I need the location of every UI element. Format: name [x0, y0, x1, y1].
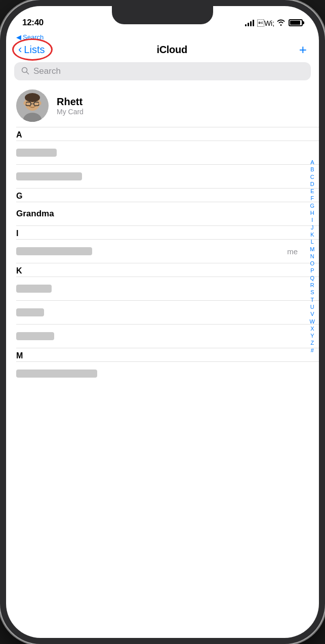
- contact-name-grandma: Grandma: [16, 209, 54, 219]
- svg-line-1: [27, 72, 29, 74]
- alpha-a[interactable]: A: [310, 159, 314, 166]
- avatar: [16, 89, 49, 122]
- list-item[interactable]: [6, 165, 319, 188]
- alpha-y[interactable]: Y: [310, 332, 314, 339]
- alpha-q[interactable]: Q: [310, 274, 315, 282]
- list-item[interactable]: [6, 301, 319, 324]
- notch: [112, 6, 213, 24]
- back-chevron-icon: ‹: [18, 43, 22, 56]
- alpha-s[interactable]: S: [310, 289, 314, 296]
- back-label[interactable]: Lists: [24, 44, 45, 56]
- my-card-label: My Card: [57, 108, 84, 116]
- alpha-hash[interactable]: #: [311, 347, 314, 354]
- alpha-w[interactable]: W: [310, 318, 315, 325]
- alpha-j[interactable]: J: [311, 224, 314, 231]
- list-item[interactable]: [6, 277, 319, 300]
- alpha-b[interactable]: B: [310, 166, 314, 173]
- search-icon: [21, 67, 29, 76]
- svg-point-10: [24, 102, 26, 105]
- alpha-m[interactable]: M: [310, 246, 314, 253]
- section-header-m: M: [6, 348, 319, 361]
- nav-bar: ‹ Lists iCloud +: [6, 41, 319, 60]
- alpha-f[interactable]: F: [310, 195, 314, 202]
- alpha-r[interactable]: R: [310, 282, 314, 289]
- contact-list-container: A G Grandma I: [6, 127, 319, 385]
- back-nav-area: ◀ Search: [6, 32, 319, 41]
- add-button[interactable]: +: [299, 43, 307, 56]
- svg-point-11: [39, 102, 42, 105]
- alpha-d[interactable]: D: [310, 180, 314, 188]
- my-card-name: Rhett: [57, 96, 84, 108]
- section-header-i: I: [6, 226, 319, 239]
- list-item[interactable]: Grandma: [6, 202, 319, 225]
- status-time: 12:40: [22, 18, 44, 28]
- alpha-k[interactable]: K: [310, 231, 314, 238]
- alpha-x[interactable]: X: [310, 325, 314, 332]
- list-item[interactable]: [6, 141, 319, 164]
- search-input[interactable]: Search: [33, 66, 61, 76]
- alpha-z[interactable]: Z: [310, 339, 314, 346]
- list-item[interactable]: [6, 325, 319, 348]
- my-card[interactable]: Rhett My Card: [6, 84, 319, 127]
- search-bar[interactable]: Search: [14, 62, 311, 80]
- my-card-info: Rhett My Card: [57, 96, 84, 116]
- alpha-l[interactable]: L: [311, 238, 314, 245]
- search-container: Search: [6, 60, 319, 84]
- back-nav-text: ◀ Search: [16, 33, 44, 41]
- contact-name-blurred: [16, 247, 92, 255]
- me-badge: me: [287, 247, 298, 256]
- list-item[interactable]: me: [6, 240, 319, 263]
- alpha-p[interactable]: P: [310, 267, 314, 274]
- alpha-t[interactable]: T: [310, 296, 314, 303]
- phone-shell: 12:40 Wi;: [0, 0, 325, 644]
- back-arrow-small: ◀: [16, 33, 21, 41]
- alpha-n[interactable]: N: [310, 253, 314, 260]
- alpha-e[interactable]: E: [310, 188, 314, 195]
- status-icons: Wi;: [245, 19, 303, 27]
- alpha-u[interactable]: U: [310, 303, 314, 310]
- wifi-icon: Wi;: [257, 19, 286, 27]
- svg-point-6: [25, 93, 40, 102]
- contact-name-blurred: [16, 149, 57, 157]
- contact-name-blurred: [16, 308, 44, 316]
- alpha-i[interactable]: I: [311, 216, 313, 223]
- alpha-v[interactable]: V: [310, 310, 314, 317]
- contact-name-blurred: [16, 332, 54, 340]
- alpha-o[interactable]: O: [310, 260, 315, 267]
- battery-icon: [289, 19, 303, 26]
- list-item[interactable]: [6, 362, 319, 385]
- contact-name-blurred: [16, 285, 52, 293]
- phone-screen: 12:40 Wi;: [6, 6, 319, 638]
- section-header-a: A: [6, 127, 319, 141]
- nav-title: iCloud: [156, 44, 187, 56]
- contact-name-blurred: [16, 370, 97, 378]
- section-header-k: K: [6, 263, 319, 277]
- alpha-g[interactable]: G: [310, 202, 315, 209]
- contact-name-blurred: [16, 172, 82, 180]
- alpha-index[interactable]: A B C D E F G H I J K L M N O P Q R S T: [310, 159, 315, 354]
- alpha-c[interactable]: C: [310, 173, 314, 180]
- signal-icon: [245, 19, 254, 26]
- contact-list: A G Grandma I: [6, 127, 319, 385]
- alpha-h[interactable]: H: [310, 209, 314, 216]
- back-button[interactable]: ‹ Lists: [18, 43, 45, 56]
- section-header-g: G: [6, 189, 319, 202]
